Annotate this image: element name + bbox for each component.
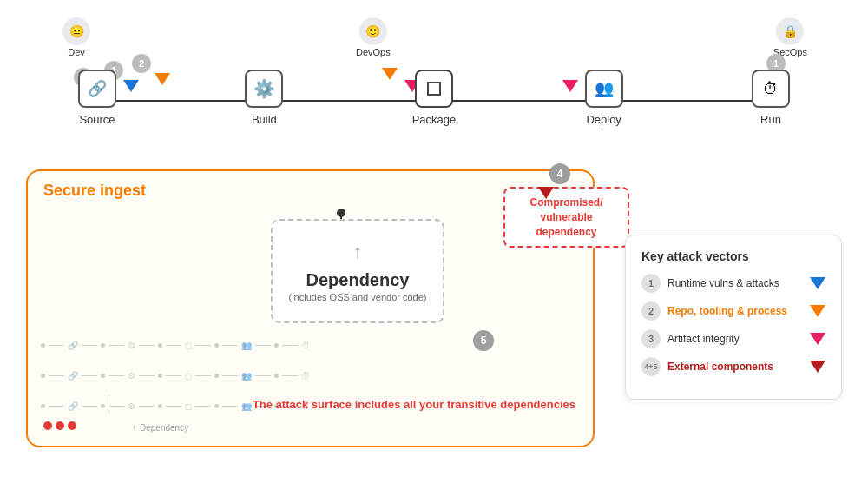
devops-label: DevOps <box>356 47 391 57</box>
attack-vector-1: 1 Runtime vulns & attacks <box>641 274 825 293</box>
mini-pipeline-1: 🔗 ⚙ ◻ 👥 ⏱ <box>41 341 310 350</box>
package-icon <box>415 70 453 108</box>
av-label-2: Repo, tooling & process <box>667 305 803 317</box>
devops-avatar: 🙂 <box>359 17 387 45</box>
run-icon: ⏱ <box>752 70 790 108</box>
stage-package: Package <box>412 70 457 126</box>
av-arrow-2 <box>810 305 825 317</box>
pipeline-stages: 🔗 Source ⚙️ Build Package 👥 Deploy ⏱ Run <box>78 70 790 126</box>
source-label: Source <box>79 113 115 126</box>
build-icon: ⚙️ <box>245 70 283 108</box>
dot-2 <box>56 421 64 430</box>
attack-vector-3: 3 Artifact integrity <box>641 329 825 348</box>
stage-build: ⚙️ Build <box>245 70 283 126</box>
dependency-box: ↑ Dependency (includes OSS and vendor co… <box>271 219 444 323</box>
av-badge-2: 2 <box>641 301 661 321</box>
av-label-3: Artifact integrity <box>667 333 803 345</box>
deploy-label: Deploy <box>586 113 621 126</box>
source-icon: 🔗 <box>78 70 116 108</box>
dep-bottom-text: Dependency <box>140 423 188 433</box>
persona-secops: 🔒 SecOps <box>773 17 807 57</box>
dependency-subtitle: (includes OSS and vendor code) <box>289 292 427 302</box>
badge-4: 4 <box>549 163 570 184</box>
attack-surface-text: The attack surface includes all your tra… <box>253 397 575 413</box>
av-arrow-3 <box>810 333 825 345</box>
dev-avatar: 😐 <box>62 17 90 45</box>
av-arrow-1 <box>810 277 825 289</box>
three-dots <box>43 421 76 430</box>
run-label: Run <box>760 113 781 126</box>
dependency-title: Dependency <box>306 270 410 290</box>
dev-label: Dev <box>68 47 85 57</box>
av-label-1: Runtime vulns & attacks <box>667 277 803 289</box>
build-label: Build <box>252 113 277 126</box>
av-badge-45: 4+5 <box>641 357 661 376</box>
stage-source: 🔗 Source <box>78 70 116 126</box>
package-label: Package <box>412 113 457 126</box>
compromised-text: Compromised/vulnerable dependency <box>514 195 619 239</box>
attack-vectors-title: Key attack vectors <box>641 249 825 263</box>
badge-5: 5 <box>473 330 494 351</box>
mini-pipeline-2: 🔗 ⚙ ◻ 👥 ⏱ <box>41 371 310 381</box>
persona-dev: 😐 Dev <box>62 17 90 57</box>
stage-run: ⏱ Run <box>752 70 790 126</box>
secops-avatar: 🔒 <box>776 17 804 45</box>
compromised-arrow <box>538 187 554 199</box>
compromised-box: Compromised/vulnerable dependency <box>503 187 629 248</box>
attack-vector-45: 4+5 External components <box>641 357 825 376</box>
persona-devops: 🙂 DevOps <box>356 17 391 57</box>
dep-bottom-label: ↑ Dependency <box>132 423 188 433</box>
attack-vectors-box: Key attack vectors 1 Runtime vulns & att… <box>625 235 842 400</box>
dot-3 <box>68 421 76 430</box>
pipeline-area: 😐 Dev 🙂 DevOps 🔒 SecOps 3 1 2 1 🔗 Source <box>26 17 842 156</box>
secure-ingest-label: Secure ingest <box>43 182 146 200</box>
deploy-icon: 👥 <box>585 70 623 108</box>
av-badge-1: 1 <box>641 274 661 293</box>
dependency-icon: ↑ <box>353 241 363 263</box>
av-badge-3: 3 <box>641 329 661 348</box>
av-arrow-45 <box>810 361 825 373</box>
dot-1 <box>43 421 52 430</box>
av-label-45: External components <box>667 361 803 373</box>
stage-deploy: 👥 Deploy <box>585 70 623 126</box>
attack-vector-2: 2 Repo, tooling & process <box>641 301 825 321</box>
